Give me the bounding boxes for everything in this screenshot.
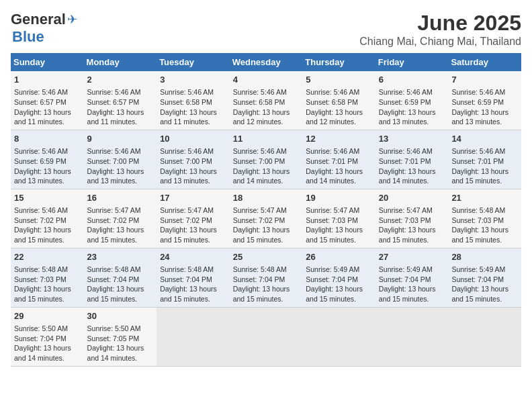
daylight-text: Daylight: 13 hours and 15 minutes. bbox=[379, 225, 445, 244]
day-number: 25 bbox=[233, 251, 300, 263]
sunset-text: Sunset: 7:02 PM bbox=[14, 216, 81, 226]
calendar-cell: 15Sunrise: 5:46 AMSunset: 7:02 PMDayligh… bbox=[11, 189, 84, 248]
daylight-text: Daylight: 13 hours and 15 minutes. bbox=[451, 225, 518, 244]
sunrise-text: Sunrise: 5:46 AM bbox=[379, 87, 445, 97]
daylight-text: Daylight: 13 hours and 13 minutes. bbox=[87, 167, 154, 186]
calendar-cell: 16Sunrise: 5:47 AMSunset: 7:02 PMDayligh… bbox=[84, 189, 157, 248]
calendar-cell: 29Sunrise: 5:50 AMSunset: 7:04 PMDayligh… bbox=[11, 307, 84, 366]
blue-text: Blue bbox=[12, 28, 44, 46]
sunrise-text: Sunrise: 5:46 AM bbox=[451, 87, 518, 97]
day-number: 27 bbox=[379, 251, 445, 263]
daylight-text: Daylight: 13 hours and 14 minutes. bbox=[233, 167, 300, 186]
sunrise-text: Sunrise: 5:47 AM bbox=[87, 205, 154, 216]
calendar-cell: 2Sunrise: 5:46 AMSunset: 6:57 PMDaylight… bbox=[84, 71, 157, 130]
sunset-text: Sunset: 7:02 PM bbox=[87, 216, 154, 226]
sunset-text: Sunset: 6:58 PM bbox=[306, 97, 372, 107]
calendar-cell bbox=[375, 307, 449, 366]
sunset-text: Sunset: 7:02 PM bbox=[233, 216, 300, 226]
daylight-text: Daylight: 13 hours and 15 minutes. bbox=[14, 284, 81, 304]
location-subtitle: Chiang Mai, Chiang Mai, Thailand bbox=[359, 36, 521, 48]
day-number: 28 bbox=[451, 251, 518, 263]
sunset-text: Sunset: 7:04 PM bbox=[14, 334, 81, 344]
day-number: 4 bbox=[233, 74, 300, 86]
header: General ✈ Blue June 2025 Chiang Mai, Chi… bbox=[11, 11, 521, 48]
sunrise-text: Sunrise: 5:46 AM bbox=[379, 146, 445, 156]
calendar-cell: 6Sunrise: 5:46 AMSunset: 6:59 PMDaylight… bbox=[375, 71, 449, 130]
daylight-text: Daylight: 13 hours and 15 minutes. bbox=[87, 225, 154, 244]
calendar-week-4: 22Sunrise: 5:48 AMSunset: 7:03 PMDayligh… bbox=[11, 248, 521, 307]
daylight-text: Daylight: 13 hours and 15 minutes. bbox=[451, 284, 518, 304]
calendar-week-5: 29Sunrise: 5:50 AMSunset: 7:04 PMDayligh… bbox=[11, 307, 521, 366]
sunset-text: Sunset: 7:01 PM bbox=[306, 156, 372, 167]
weekday-header-tuesday: Tuesday bbox=[157, 53, 230, 71]
sunset-text: Sunset: 6:57 PM bbox=[87, 97, 154, 107]
day-number: 26 bbox=[306, 251, 372, 263]
day-number: 12 bbox=[306, 133, 372, 145]
day-number: 17 bbox=[160, 192, 226, 204]
day-number: 16 bbox=[87, 192, 154, 204]
daylight-text: Daylight: 13 hours and 11 minutes. bbox=[14, 107, 81, 127]
sunset-text: Sunset: 7:00 PM bbox=[160, 156, 226, 167]
sunrise-text: Sunrise: 5:48 AM bbox=[87, 265, 154, 275]
daylight-text: Daylight: 13 hours and 15 minutes. bbox=[233, 225, 300, 244]
calendar-cell: 5Sunrise: 5:46 AMSunset: 6:58 PMDaylight… bbox=[302, 71, 375, 130]
sunset-text: Sunset: 7:05 PM bbox=[87, 334, 154, 344]
sunset-text: Sunset: 7:03 PM bbox=[14, 275, 81, 285]
calendar-cell: 25Sunrise: 5:48 AMSunset: 7:04 PMDayligh… bbox=[230, 248, 303, 307]
calendar-cell bbox=[157, 307, 230, 366]
sunrise-text: Sunrise: 5:50 AM bbox=[87, 324, 154, 334]
day-number: 7 bbox=[451, 74, 518, 86]
calendar-cell: 9Sunrise: 5:46 AMSunset: 7:00 PMDaylight… bbox=[84, 130, 157, 189]
weekday-header-row: SundayMondayTuesdayWednesdayThursdayFrid… bbox=[11, 53, 521, 71]
sunset-text: Sunset: 7:00 PM bbox=[87, 156, 154, 167]
calendar-cell: 8Sunrise: 5:46 AMSunset: 6:59 PMDaylight… bbox=[11, 130, 84, 189]
calendar-cell: 13Sunrise: 5:46 AMSunset: 7:01 PMDayligh… bbox=[375, 130, 449, 189]
daylight-text: Daylight: 13 hours and 15 minutes. bbox=[451, 167, 518, 186]
sunset-text: Sunset: 7:03 PM bbox=[306, 216, 372, 226]
sunset-text: Sunset: 7:04 PM bbox=[160, 275, 226, 285]
sunset-text: Sunset: 6:58 PM bbox=[160, 97, 226, 107]
weekday-header-saturday: Saturday bbox=[448, 53, 521, 71]
daylight-text: Daylight: 13 hours and 12 minutes. bbox=[233, 107, 300, 127]
sunrise-text: Sunrise: 5:49 AM bbox=[451, 265, 518, 275]
calendar-cell: 4Sunrise: 5:46 AMSunset: 6:58 PMDaylight… bbox=[230, 71, 303, 130]
sunset-text: Sunset: 7:04 PM bbox=[306, 275, 372, 285]
sunrise-text: Sunrise: 5:48 AM bbox=[233, 265, 300, 275]
daylight-text: Daylight: 13 hours and 13 minutes. bbox=[451, 107, 518, 127]
day-number: 19 bbox=[306, 192, 372, 204]
calendar-cell: 12Sunrise: 5:46 AMSunset: 7:01 PMDayligh… bbox=[302, 130, 375, 189]
sunrise-text: Sunrise: 5:46 AM bbox=[306, 146, 372, 156]
calendar-cell: 20Sunrise: 5:47 AMSunset: 7:03 PMDayligh… bbox=[375, 189, 449, 248]
calendar-cell: 7Sunrise: 5:46 AMSunset: 6:59 PMDaylight… bbox=[448, 71, 521, 130]
calendar-cell: 24Sunrise: 5:48 AMSunset: 7:04 PMDayligh… bbox=[157, 248, 230, 307]
weekday-header-sunday: Sunday bbox=[11, 53, 84, 71]
calendar-cell: 26Sunrise: 5:49 AMSunset: 7:04 PMDayligh… bbox=[302, 248, 375, 307]
sunset-text: Sunset: 7:04 PM bbox=[451, 275, 518, 285]
calendar-cell: 19Sunrise: 5:47 AMSunset: 7:03 PMDayligh… bbox=[302, 189, 375, 248]
sunset-text: Sunset: 7:02 PM bbox=[160, 216, 226, 226]
calendar-cell bbox=[302, 307, 375, 366]
bird-icon: ✈ bbox=[67, 12, 77, 27]
sunrise-text: Sunrise: 5:46 AM bbox=[160, 87, 226, 97]
daylight-text: Daylight: 13 hours and 14 minutes. bbox=[14, 343, 81, 363]
calendar-table: SundayMondayTuesdayWednesdayThursdayFrid… bbox=[11, 53, 521, 367]
sunset-text: Sunset: 7:03 PM bbox=[451, 216, 518, 226]
day-number: 23 bbox=[87, 251, 154, 263]
sunset-text: Sunset: 6:59 PM bbox=[379, 97, 445, 107]
calendar-week-2: 8Sunrise: 5:46 AMSunset: 6:59 PMDaylight… bbox=[11, 130, 521, 189]
day-number: 3 bbox=[160, 74, 226, 86]
daylight-text: Daylight: 13 hours and 15 minutes. bbox=[233, 284, 300, 304]
day-number: 13 bbox=[379, 133, 445, 145]
daylight-text: Daylight: 13 hours and 13 minutes. bbox=[379, 107, 445, 127]
daylight-text: Daylight: 13 hours and 11 minutes. bbox=[87, 107, 154, 127]
sunset-text: Sunset: 7:01 PM bbox=[379, 156, 445, 167]
calendar-cell: 10Sunrise: 5:46 AMSunset: 7:00 PMDayligh… bbox=[157, 130, 230, 189]
calendar-cell: 11Sunrise: 5:46 AMSunset: 7:00 PMDayligh… bbox=[230, 130, 303, 189]
sunrise-text: Sunrise: 5:46 AM bbox=[233, 87, 300, 97]
sunrise-text: Sunrise: 5:46 AM bbox=[160, 146, 226, 156]
sunrise-text: Sunrise: 5:47 AM bbox=[379, 205, 445, 216]
calendar-cell: 28Sunrise: 5:49 AMSunset: 7:04 PMDayligh… bbox=[448, 248, 521, 307]
calendar-week-3: 15Sunrise: 5:46 AMSunset: 7:02 PMDayligh… bbox=[11, 189, 521, 248]
daylight-text: Daylight: 13 hours and 15 minutes. bbox=[87, 284, 154, 304]
logo: General ✈ Blue bbox=[11, 11, 77, 46]
